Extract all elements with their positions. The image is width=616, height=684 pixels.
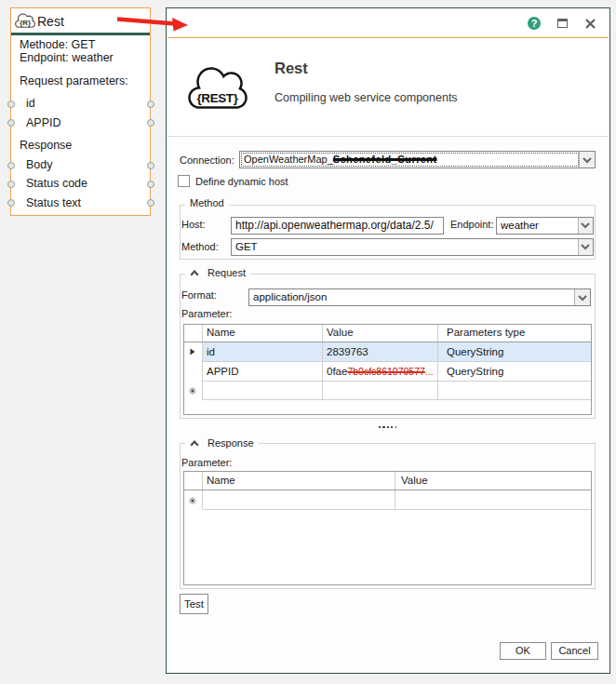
svg-text:{REST}: {REST} xyxy=(196,91,238,105)
svg-text:{R}: {R} xyxy=(20,19,31,27)
